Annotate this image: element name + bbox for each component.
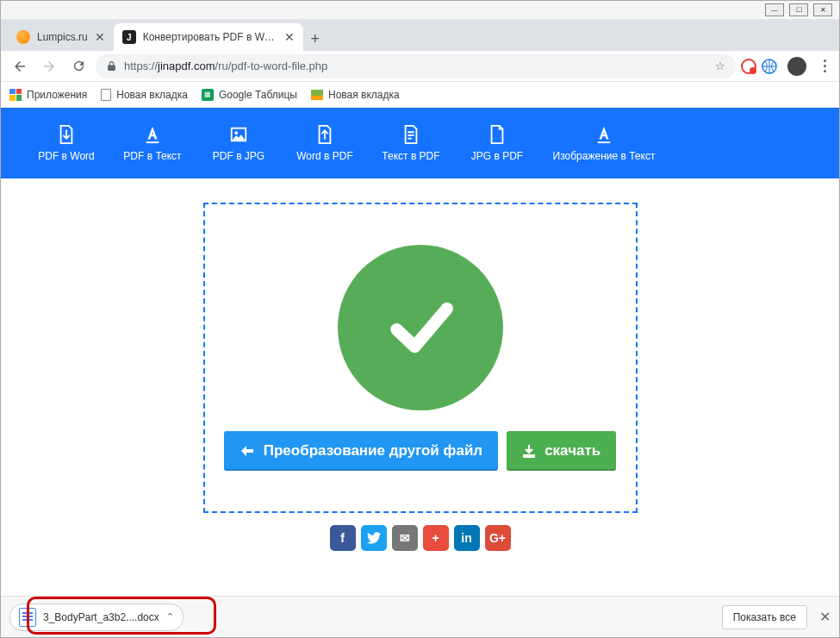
reload-button[interactable] bbox=[66, 54, 90, 78]
lock-icon bbox=[106, 60, 117, 72]
back-button[interactable] bbox=[8, 54, 32, 78]
tool-pdf-to-word[interactable]: PDF в Word bbox=[27, 124, 106, 162]
bookmarks-bar: Приложения Новая вкладка ▦ Google Таблиц… bbox=[1, 82, 839, 108]
convert-another-button[interactable]: Преобразование другой файл bbox=[224, 431, 498, 471]
close-download-shelf-button[interactable]: ✕ bbox=[819, 609, 831, 625]
show-all-downloads-button[interactable]: Показать все bbox=[722, 605, 807, 629]
share-twitter[interactable] bbox=[361, 525, 387, 551]
download-item[interactable]: 3_BodyPart_a3b2....docx ⌃ bbox=[9, 604, 184, 631]
tab-close-icon[interactable]: ✕ bbox=[95, 30, 105, 44]
forward-button[interactable] bbox=[37, 54, 61, 78]
tool-word-to-pdf[interactable]: Word в PDF bbox=[285, 124, 364, 162]
button-label: скачать bbox=[544, 442, 600, 460]
social-share-row: f ✉ + in G+ bbox=[1, 525, 839, 551]
url-input[interactable]: https://jinapdf.com/ru/pdf-to-word-file.… bbox=[96, 54, 736, 78]
tool-label: JPG в PDF bbox=[471, 150, 523, 162]
favicon-icon bbox=[16, 30, 30, 44]
tool-pdf-to-text[interactable]: PDF в Текст bbox=[113, 124, 192, 162]
tool-jpg-to-pdf[interactable]: JPG в PDF bbox=[457, 124, 537, 162]
window-close[interactable]: ✕ bbox=[813, 3, 832, 16]
bookmark-item[interactable]: Новая вкладка bbox=[311, 89, 400, 101]
tool-label: Изображение в Текст bbox=[553, 150, 656, 162]
success-check-icon bbox=[338, 245, 503, 410]
text-underline-icon bbox=[143, 124, 162, 145]
tool-pdf-to-jpg[interactable]: PDF в JPG bbox=[199, 124, 278, 162]
bookmark-item[interactable]: ▦ Google Таблицы bbox=[202, 89, 297, 101]
action-buttons: Преобразование другой файл скачать bbox=[224, 431, 617, 471]
svg-point-5 bbox=[234, 131, 238, 134]
picture-icon bbox=[311, 90, 323, 100]
tab-jinapdf[interactable]: J Конвертировать PDF в Word - P ✕ bbox=[114, 23, 303, 51]
bookmark-item[interactable]: Новая вкладка bbox=[101, 89, 188, 101]
svg-point-1 bbox=[750, 67, 756, 74]
window-maximize[interactable]: ☐ bbox=[789, 3, 808, 16]
window-titlebar: — ☐ ✕ bbox=[1, 1, 839, 20]
page-content: PDF в Word PDF в Текст PDF в JPG Word в … bbox=[1, 108, 839, 596]
tab-title: Конвертировать PDF в Word - P bbox=[143, 31, 277, 43]
extension-opera-icon[interactable] bbox=[741, 59, 756, 74]
tool-label: Текст в PDF bbox=[382, 150, 439, 162]
apps-icon bbox=[9, 89, 22, 101]
image-icon bbox=[229, 124, 248, 145]
download-filename: 3_BodyPart_a3b2....docx bbox=[43, 611, 159, 623]
extension-globe-icon[interactable] bbox=[762, 59, 777, 74]
svg-rect-3 bbox=[146, 141, 159, 143]
url-text: https://jinapdf.com/ru/pdf-to-word-file.… bbox=[124, 59, 327, 72]
download-button[interactable]: скачать bbox=[507, 431, 616, 471]
tool-text-to-pdf[interactable]: Текст в PDF bbox=[371, 124, 451, 162]
tab-lumpics[interactable]: Lumpics.ru ✕ bbox=[8, 23, 114, 51]
bookmark-star-icon[interactable]: ☆ bbox=[715, 59, 725, 72]
page-in-icon bbox=[315, 124, 334, 145]
tab-title: Lumpics.ru bbox=[37, 31, 88, 43]
bookmark-label: Новая вкладка bbox=[116, 89, 188, 101]
tab-close-icon[interactable]: ✕ bbox=[284, 30, 295, 44]
drop-zone[interactable]: Преобразование другой файл скачать bbox=[203, 203, 638, 513]
browser-menu-button[interactable] bbox=[817, 59, 832, 72]
page-out-icon bbox=[57, 124, 76, 145]
address-bar-row: https://jinapdf.com/ru/pdf-to-word-file.… bbox=[1, 51, 839, 82]
apps-label: Приложения bbox=[27, 89, 87, 101]
page-icon bbox=[101, 89, 111, 101]
share-linkedin[interactable]: in bbox=[454, 525, 480, 551]
tool-label: Word в PDF bbox=[296, 150, 353, 162]
page-fold-icon bbox=[488, 124, 507, 145]
window-minimize[interactable]: — bbox=[765, 3, 784, 16]
arrow-left-icon bbox=[240, 445, 255, 457]
conversion-toolbar: PDF в Word PDF в Текст PDF в JPG Word в … bbox=[1, 108, 839, 178]
sheets-icon: ▦ bbox=[202, 89, 214, 101]
tab-strip: Lumpics.ru ✕ J Конвертировать PDF в Word… bbox=[1, 20, 839, 51]
profile-avatar[interactable] bbox=[787, 57, 806, 76]
download-icon bbox=[522, 444, 536, 458]
download-menu-chevron-icon[interactable]: ⌃ bbox=[166, 611, 174, 622]
apps-shortcut[interactable]: Приложения bbox=[9, 89, 87, 101]
share-facebook[interactable]: f bbox=[330, 525, 356, 551]
svg-rect-6 bbox=[598, 141, 611, 143]
text-underline-icon bbox=[594, 124, 613, 145]
share-googleplus[interactable]: G+ bbox=[485, 525, 511, 551]
new-tab-button[interactable]: + bbox=[303, 27, 327, 51]
tool-label: PDF в Текст bbox=[123, 150, 181, 162]
bookmark-label: Google Таблицы bbox=[219, 89, 297, 101]
tool-label: PDF в JPG bbox=[213, 150, 264, 162]
tool-label: PDF в Word bbox=[38, 150, 95, 162]
share-email[interactable]: ✉ bbox=[392, 525, 418, 551]
favicon-icon: J bbox=[122, 30, 136, 44]
page-lines-icon bbox=[401, 124, 420, 145]
bookmark-label: Новая вкладка bbox=[328, 89, 400, 101]
button-label: Преобразование другой файл bbox=[264, 442, 482, 460]
docx-file-icon bbox=[19, 608, 36, 627]
download-shelf: 3_BodyPart_a3b2....docx ⌃ Показать все ✕ bbox=[1, 596, 839, 637]
tool-image-to-text[interactable]: Изображение в Текст bbox=[544, 124, 664, 162]
share-addthis[interactable]: + bbox=[423, 525, 449, 551]
